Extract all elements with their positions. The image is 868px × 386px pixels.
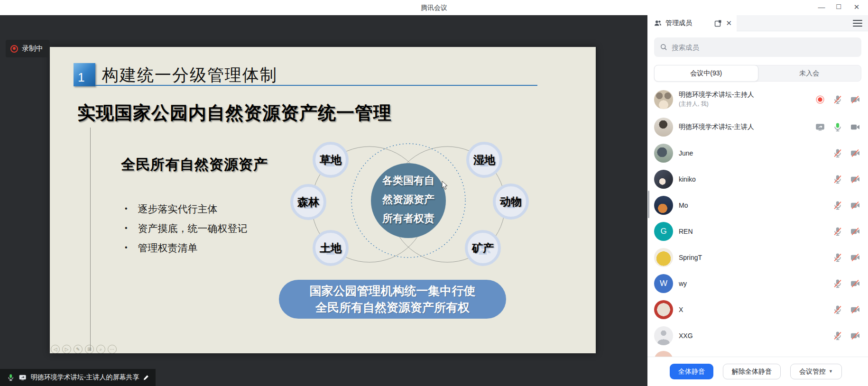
window-titlebar: 腾讯会议 — ☐ ✕ — [0, 0, 868, 15]
node-mineral: 矿产 — [472, 241, 494, 256]
camera-off-icon[interactable] — [850, 226, 860, 237]
search-box[interactable] — [654, 37, 861, 57]
mic-off-icon[interactable] — [832, 278, 843, 289]
avatar-letter: G — [654, 222, 673, 241]
app-window: 腾讯会议 — ☐ ✕ 录制中 1 构建统一分级管理体制 实现国家公园内自然资源资… — [0, 0, 868, 386]
member-name: June — [679, 149, 832, 157]
member-row[interactable]: kiniko — [647, 166, 868, 192]
tab-in-meeting[interactable]: 会议中(93) — [654, 65, 758, 82]
member-row[interactable]: SpringT — [647, 244, 868, 270]
meeting-control-button[interactable]: 会议管控 ▼ — [790, 364, 842, 379]
mic-off-icon[interactable] — [832, 94, 843, 105]
bullet-glyph: • — [125, 222, 128, 235]
section-number: 1 — [78, 70, 84, 85]
avatar: G — [654, 222, 673, 241]
zoom-tool-button[interactable]: ⌕ — [96, 345, 105, 353]
presentation-slide: 1 构建统一分级管理体制 实现国家公园内自然资源资产统一管理 全民所有自然资源资… — [50, 47, 596, 353]
diagram-center-text: 各类国有自 然资源资产 所有者权责 — [356, 171, 461, 228]
camera-off-icon[interactable] — [850, 252, 860, 263]
camera-off-icon[interactable] — [850, 148, 860, 158]
mic-on-icon[interactable] — [832, 122, 843, 132]
dropdown-arrow-icon: ▼ — [829, 364, 833, 379]
bullet-text: 逐步落实代行主体 — [138, 202, 218, 216]
avatar — [654, 90, 673, 109]
menu-icon[interactable] — [853, 20, 862, 27]
member-name: 明德环境学术讲坛-主持人 — [679, 91, 815, 99]
member-name: 明德环境学术讲坛-主讲人 — [679, 123, 815, 131]
node-land: 土地 — [320, 241, 342, 256]
maximize-button[interactable]: ☐ — [830, 0, 847, 15]
tab-not-joined[interactable]: 未入会 — [758, 65, 861, 81]
center-line: 然资源资产 — [356, 190, 461, 209]
left-block-title: 全民所有自然资源资产 — [121, 155, 268, 175]
mic-on-icon — [7, 373, 15, 382]
member-name: REN — [679, 228, 832, 235]
slide-section-title: 构建统一分级管理体制 — [102, 64, 277, 86]
member-row[interactable]: G REN — [647, 218, 868, 244]
camera-on-icon[interactable] — [850, 122, 860, 132]
camera-off-icon[interactable] — [850, 94, 860, 105]
banner-line: 全民所有自然资源资产所有权 — [279, 299, 506, 316]
camera-off-icon[interactable] — [850, 331, 860, 341]
member-name: X — [679, 306, 832, 313]
mic-off-icon[interactable] — [832, 174, 843, 184]
member-row[interactable]: W wy — [647, 270, 868, 296]
avatar — [654, 351, 673, 357]
edit-icon[interactable] — [143, 374, 150, 381]
bullet-text: 管理权责清单 — [138, 241, 198, 255]
avatar — [654, 196, 673, 215]
camera-off-icon[interactable] — [850, 278, 860, 289]
scrollbar[interactable] — [648, 191, 649, 218]
recording-badge-label: 录制中 — [22, 44, 43, 53]
tab-manage-members[interactable]: 管理成员 ✕ — [647, 15, 737, 31]
content-divider-line — [90, 128, 91, 350]
minimize-button[interactable]: — — [813, 0, 830, 15]
unmute-all-button[interactable]: 解除全体静音 — [723, 364, 781, 379]
screen-share-indicator-icon — [815, 122, 825, 132]
member-name: Mo — [679, 202, 832, 209]
search-input[interactable] — [672, 44, 856, 51]
popout-icon[interactable] — [714, 19, 722, 28]
slide-sorter-button[interactable]: ⊞ — [85, 345, 94, 353]
member-row[interactable]: June — [647, 140, 868, 166]
camera-off-icon[interactable] — [850, 200, 860, 211]
mic-off-icon[interactable] — [832, 148, 843, 158]
camera-off-icon[interactable] — [850, 174, 860, 184]
member-row[interactable]: Mo — [647, 192, 868, 218]
node-animal: 动物 — [500, 194, 522, 209]
mic-off-icon[interactable] — [832, 252, 843, 263]
slide-heading: 实现国家公园内自然资源资产统一管理 — [77, 101, 392, 125]
bullet-item: • 逐步落实代行主体 — [125, 202, 248, 216]
more-tools-button[interactable]: ⋯ — [108, 345, 117, 353]
member-name: XXG — [679, 332, 832, 340]
member-name: SpringT — [679, 254, 832, 261]
mic-off-icon[interactable] — [832, 304, 843, 315]
members-icon — [654, 19, 662, 28]
mic-off-icon[interactable] — [832, 200, 843, 211]
recording-badge: 录制中 — [6, 40, 50, 57]
shared-screen-area: 录制中 1 构建统一分级管理体制 实现国家公园内自然资源资产统一管理 全民所有自… — [0, 15, 647, 386]
member-row[interactable]: X — [647, 296, 868, 322]
title-underline — [95, 85, 537, 86]
member-row[interactable]: XXG — [647, 322, 868, 349]
member-row-host[interactable]: 明德环境学术讲坛-主持人 (主持人, 我) — [647, 86, 868, 112]
panel-footer: 全体静音 解除全体静音 会议管控 ▼ — [647, 357, 868, 386]
avatar — [654, 248, 673, 267]
mute-all-button[interactable]: 全体静音 — [670, 364, 713, 379]
mic-off-icon[interactable] — [832, 331, 843, 341]
share-banner-text: 明德环境学术讲坛-主讲人的屏幕共享 — [31, 373, 139, 382]
avatar — [654, 300, 673, 319]
previous-slide-button[interactable]: ◁ — [51, 345, 60, 353]
avatar-letter: W — [654, 274, 673, 293]
search-icon — [660, 43, 668, 51]
camera-off-icon[interactable] — [850, 304, 860, 315]
section-number-box: 1 — [74, 63, 95, 86]
member-row-speaker[interactable]: 明德环境学术讲坛-主讲人 — [647, 114, 868, 140]
member-panel: 管理成员 ✕ 会议中(93) 未入会 明德环境学术讲坛-主持人 (主持人, 我) — [647, 15, 868, 386]
next-slide-button[interactable]: ▷ — [62, 345, 71, 353]
pen-tool-button[interactable]: ✎ — [74, 345, 83, 353]
mic-off-icon[interactable] — [832, 226, 843, 237]
close-window-button[interactable]: ✕ — [848, 0, 865, 15]
close-panel-icon[interactable]: ✕ — [726, 19, 732, 28]
meeting-control-label: 会议管控 — [799, 364, 826, 379]
